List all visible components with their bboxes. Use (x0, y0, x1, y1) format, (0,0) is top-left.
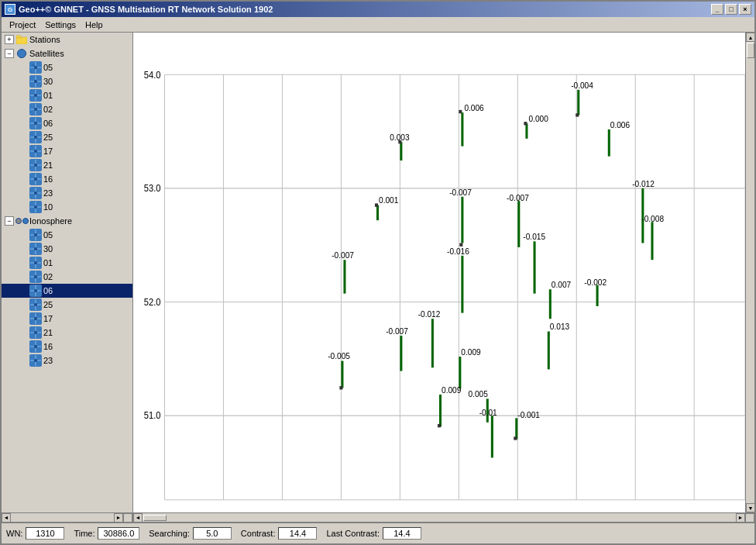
sat-05[interactable]: 05 (2, 60, 132, 74)
menu-settings[interactable]: Settings (40, 19, 81, 31)
satellites-label: Satellites (29, 49, 64, 58)
iono-sat-label-06: 06 (43, 286, 53, 295)
svg-rect-114 (534, 241, 536, 293)
wn-value: 1310 (26, 527, 64, 540)
sat-icon-10 (29, 201, 42, 213)
svg-rect-4 (32, 64, 35, 67)
satellites-node[interactable]: − Satellites (2, 47, 132, 60)
time-field: Time: 30886.0 (74, 527, 139, 540)
maximize-button[interactable]: □ (725, 4, 737, 15)
hscroll-left[interactable]: ◄ (133, 513, 143, 523)
svg-text:0.000: 0.000 (528, 114, 548, 123)
sat-icon-25 (29, 131, 42, 143)
time-value: 30886.0 (98, 527, 139, 540)
iono-sat-icon-16 (29, 340, 42, 353)
iono-sat-23[interactable]: 23 (2, 354, 132, 367)
svg-rect-136 (491, 416, 493, 457)
iono-sat-icon-30 (29, 243, 42, 255)
sat-icon-17 (29, 145, 42, 157)
sidebar-hscroll-track (11, 514, 114, 522)
iono-sat-label-05: 05 (43, 230, 53, 240)
chart-vscroll[interactable]: ▲ ▼ (745, 33, 754, 512)
sidebar-hscroll[interactable]: ◄ ► (2, 512, 132, 522)
sat-16[interactable]: 16 (2, 172, 132, 186)
svg-rect-94 (400, 142, 402, 160)
sat-30[interactable]: 30 (2, 74, 132, 88)
sidebar-scroll-left[interactable]: ◄ (2, 513, 11, 523)
close-button[interactable]: × (739, 4, 751, 15)
svg-text:54.0: 54.0 (144, 70, 161, 79)
hscroll-right[interactable]: ► (736, 513, 745, 523)
iono-sat-25[interactable]: 25 (2, 298, 132, 312)
iono-sat-30[interactable]: 30 (2, 242, 132, 256)
sidebar-tree: + Stations − Satellites (2, 33, 132, 512)
svg-point-62 (34, 345, 37, 348)
iono-sat-icon-01 (29, 257, 42, 269)
title-bar: G Geo++© GNNET - GNSS Multistation RT Ne… (2, 2, 754, 17)
svg-rect-126 (341, 361, 343, 388)
ionosphere-expand[interactable]: − (5, 216, 14, 226)
iono-sat-01[interactable]: 01 (2, 256, 132, 270)
hscroll-thumb[interactable] (143, 515, 167, 521)
svg-rect-112 (461, 256, 463, 313)
sat-label-06: 06 (43, 119, 53, 128)
sat-label-25: 25 (43, 133, 53, 142)
menu-project[interactable]: Project (5, 19, 40, 31)
iono-sat-02[interactable]: 02 (2, 270, 132, 284)
iono-sat-06[interactable]: 06 (2, 284, 132, 298)
contrast-value: 14.4 (278, 527, 317, 540)
svg-rect-100 (461, 197, 463, 243)
vscroll-thumb[interactable] (747, 43, 754, 58)
svg-text:-0.007: -0.007 (386, 326, 408, 335)
iono-sat-17[interactable]: 17 (2, 312, 132, 326)
svg-point-50 (34, 289, 37, 292)
svg-text:-0.008: -0.008 (641, 214, 664, 223)
sat-icon-06 (29, 117, 42, 129)
svg-text:-0.005: -0.005 (328, 351, 350, 360)
chart-hscroll[interactable]: ◄ ► (133, 512, 754, 522)
sat-25[interactable]: 25 (2, 130, 132, 144)
menu-help[interactable]: Help (81, 19, 108, 31)
sat-06[interactable]: 06 (2, 116, 132, 130)
ionosphere-node[interactable]: − Ionosphere (2, 214, 132, 228)
svg-rect-124 (431, 319, 434, 367)
svg-text:0.009: 0.009 (461, 347, 480, 357)
sat-23[interactable]: 23 (2, 186, 132, 200)
svg-text:0.006: 0.006 (610, 119, 630, 129)
svg-text:-0.007: -0.007 (449, 187, 472, 196)
svg-point-32 (34, 191, 37, 195)
sat-01[interactable]: 01 (2, 88, 132, 102)
sat-10[interactable]: 10 (2, 200, 132, 214)
sat-02[interactable]: 02 (2, 102, 132, 116)
main-content: + Stations − Satellites (2, 33, 754, 522)
svg-point-5 (34, 66, 37, 69)
svg-rect-96 (459, 110, 462, 113)
svg-point-29 (34, 178, 37, 181)
svg-point-35 (34, 205, 37, 209)
svg-text:0.001: 0.001 (379, 195, 398, 205)
svg-point-41 (34, 247, 37, 250)
vscroll-down[interactable]: ▼ (746, 503, 754, 512)
iono-sat-icon-06 (29, 285, 42, 297)
sat-label-17: 17 (43, 147, 53, 156)
vscroll-up[interactable]: ▲ (746, 33, 754, 42)
svg-text:0.007: 0.007 (552, 280, 571, 289)
last-contrast-label: Last Contrast: (326, 529, 379, 538)
sat-21[interactable]: 21 (2, 158, 132, 172)
iono-sat-21[interactable]: 21 (2, 326, 132, 340)
main-window: G Geo++© GNNET - GNSS Multistation RT Ne… (0, 0, 756, 545)
sat-icon-02 (29, 103, 42, 116)
iono-sat-label-16: 16 (43, 342, 53, 351)
stations-expand[interactable]: + (5, 35, 14, 44)
searching-value: 5.0 (193, 527, 232, 540)
minimize-button[interactable]: _ (711, 4, 723, 15)
iono-sat-16[interactable]: 16 (2, 340, 132, 354)
satellites-expand[interactable]: − (5, 49, 14, 58)
iono-sat-05[interactable]: 05 (2, 228, 132, 242)
svg-text:-0.015: -0.015 (523, 232, 545, 241)
sidebar-scroll-right[interactable]: ► (114, 513, 123, 523)
stations-node[interactable]: + Stations (2, 33, 132, 47)
svg-rect-138 (515, 418, 517, 439)
sat-17[interactable]: 17 (2, 144, 132, 158)
searching-field: Searching: 5.0 (149, 527, 232, 540)
